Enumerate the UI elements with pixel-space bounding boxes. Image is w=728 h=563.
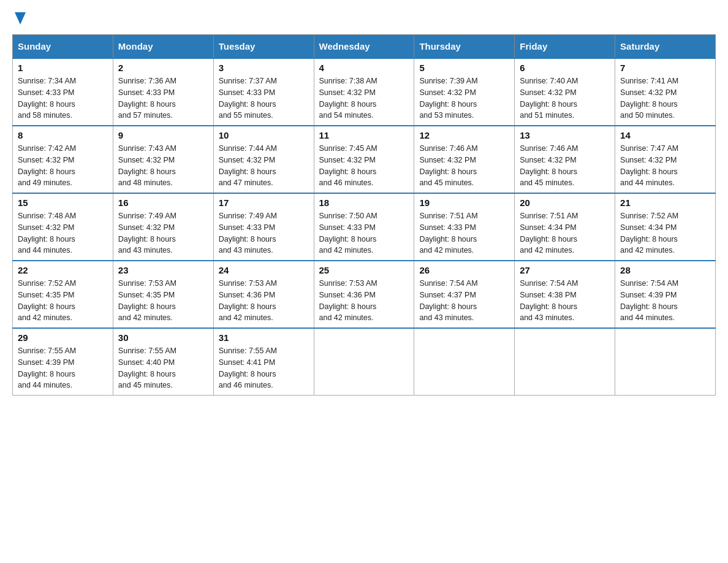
- day-info: Sunrise: 7:38 AM Sunset: 4:32 PM Dayligh…: [319, 75, 409, 121]
- day-number: 3: [219, 63, 309, 73]
- calendar-cell: 19 Sunrise: 7:51 AM Sunset: 4:33 PM Dayl…: [414, 193, 515, 261]
- calendar-header-row: SundayMondayTuesdayWednesdayThursdayFrid…: [13, 35, 716, 59]
- calendar-cell: 18 Sunrise: 7:50 AM Sunset: 4:33 PM Dayl…: [314, 193, 414, 261]
- day-number: 22: [18, 265, 108, 275]
- day-number: 31: [219, 332, 309, 343]
- day-info: Sunrise: 7:48 AM Sunset: 4:32 PM Dayligh…: [18, 210, 108, 256]
- calendar-cell: 24 Sunrise: 7:53 AM Sunset: 4:36 PM Dayl…: [213, 261, 314, 328]
- day-info: Sunrise: 7:52 AM Sunset: 4:35 PM Dayligh…: [18, 278, 108, 324]
- day-info: Sunrise: 7:37 AM Sunset: 4:33 PM Dayligh…: [219, 75, 309, 121]
- calendar-cell: 22 Sunrise: 7:52 AM Sunset: 4:35 PM Dayl…: [13, 261, 113, 328]
- calendar-cell: 11 Sunrise: 7:45 AM Sunset: 4:32 PM Dayl…: [314, 126, 414, 193]
- day-header-wednesday: Wednesday: [314, 35, 414, 59]
- day-info: Sunrise: 7:55 AM Sunset: 4:40 PM Dayligh…: [118, 345, 208, 391]
- calendar-cell: 20 Sunrise: 7:51 AM Sunset: 4:34 PM Dayl…: [515, 193, 615, 261]
- day-header-tuesday: Tuesday: [213, 35, 314, 59]
- day-info: Sunrise: 7:51 AM Sunset: 4:34 PM Dayligh…: [520, 210, 610, 256]
- day-number: 19: [419, 197, 509, 208]
- day-info: Sunrise: 7:53 AM Sunset: 4:36 PM Dayligh…: [319, 278, 409, 324]
- logo-triangle-icon: [15, 12, 26, 25]
- day-number: 10: [219, 130, 309, 140]
- day-info: Sunrise: 7:46 AM Sunset: 4:32 PM Dayligh…: [520, 143, 610, 189]
- calendar-cell: 14 Sunrise: 7:47 AM Sunset: 4:32 PM Dayl…: [615, 126, 716, 193]
- logo-blue: [12, 12, 26, 25]
- week-row-4: 22 Sunrise: 7:52 AM Sunset: 4:35 PM Dayl…: [13, 261, 716, 328]
- calendar-cell: 30 Sunrise: 7:55 AM Sunset: 4:40 PM Dayl…: [113, 328, 213, 396]
- day-number: 20: [520, 197, 610, 208]
- calendar-cell: 28 Sunrise: 7:54 AM Sunset: 4:39 PM Dayl…: [615, 261, 716, 328]
- calendar-cell: 3 Sunrise: 7:37 AM Sunset: 4:33 PM Dayli…: [213, 58, 314, 126]
- calendar-cell: 23 Sunrise: 7:53 AM Sunset: 4:35 PM Dayl…: [113, 261, 213, 328]
- calendar-cell: 31 Sunrise: 7:55 AM Sunset: 4:41 PM Dayl…: [213, 328, 314, 396]
- calendar-table: SundayMondayTuesdayWednesdayThursdayFrid…: [12, 34, 716, 396]
- calendar-cell: 29 Sunrise: 7:55 AM Sunset: 4:39 PM Dayl…: [13, 328, 113, 396]
- day-info: Sunrise: 7:50 AM Sunset: 4:33 PM Dayligh…: [319, 210, 409, 256]
- day-number: 1: [18, 63, 108, 73]
- day-info: Sunrise: 7:53 AM Sunset: 4:36 PM Dayligh…: [219, 278, 309, 324]
- day-info: Sunrise: 7:36 AM Sunset: 4:33 PM Dayligh…: [118, 75, 208, 121]
- day-info: Sunrise: 7:44 AM Sunset: 4:32 PM Dayligh…: [219, 143, 309, 189]
- day-number: 17: [219, 197, 309, 208]
- day-info: Sunrise: 7:39 AM Sunset: 4:32 PM Dayligh…: [419, 75, 509, 121]
- calendar-cell: [615, 328, 716, 396]
- calendar-cell: 13 Sunrise: 7:46 AM Sunset: 4:32 PM Dayl…: [515, 126, 615, 193]
- day-header-thursday: Thursday: [414, 35, 515, 59]
- calendar-cell: 10 Sunrise: 7:44 AM Sunset: 4:32 PM Dayl…: [213, 126, 314, 193]
- calendar-cell: [414, 328, 515, 396]
- week-row-1: 1 Sunrise: 7:34 AM Sunset: 4:33 PM Dayli…: [13, 58, 716, 126]
- day-number: 18: [319, 197, 409, 208]
- day-info: Sunrise: 7:55 AM Sunset: 4:41 PM Dayligh…: [219, 345, 309, 391]
- day-info: Sunrise: 7:47 AM Sunset: 4:32 PM Dayligh…: [620, 143, 710, 189]
- day-info: Sunrise: 7:52 AM Sunset: 4:34 PM Dayligh…: [620, 210, 710, 256]
- day-info: Sunrise: 7:54 AM Sunset: 4:38 PM Dayligh…: [520, 278, 610, 324]
- day-info: Sunrise: 7:51 AM Sunset: 4:33 PM Dayligh…: [419, 210, 509, 256]
- day-number: 13: [520, 130, 610, 140]
- day-info: Sunrise: 7:42 AM Sunset: 4:32 PM Dayligh…: [18, 143, 108, 189]
- day-number: 6: [520, 63, 610, 73]
- calendar-cell: [314, 328, 414, 396]
- week-row-2: 8 Sunrise: 7:42 AM Sunset: 4:32 PM Dayli…: [13, 126, 716, 193]
- day-number: 14: [620, 130, 710, 140]
- day-number: 25: [319, 265, 409, 275]
- logo: [12, 12, 26, 25]
- day-info: Sunrise: 7:41 AM Sunset: 4:32 PM Dayligh…: [620, 75, 710, 121]
- day-info: Sunrise: 7:49 AM Sunset: 4:32 PM Dayligh…: [118, 210, 208, 256]
- day-info: Sunrise: 7:43 AM Sunset: 4:32 PM Dayligh…: [118, 143, 208, 189]
- day-number: 8: [18, 130, 108, 140]
- week-row-5: 29 Sunrise: 7:55 AM Sunset: 4:39 PM Dayl…: [13, 328, 716, 396]
- day-info: Sunrise: 7:55 AM Sunset: 4:39 PM Dayligh…: [18, 345, 108, 391]
- calendar-cell: [515, 328, 615, 396]
- calendar-cell: 12 Sunrise: 7:46 AM Sunset: 4:32 PM Dayl…: [414, 126, 515, 193]
- day-number: 16: [118, 197, 208, 208]
- calendar-cell: 2 Sunrise: 7:36 AM Sunset: 4:33 PM Dayli…: [113, 58, 213, 126]
- calendar-cell: 1 Sunrise: 7:34 AM Sunset: 4:33 PM Dayli…: [13, 58, 113, 126]
- day-number: 21: [620, 197, 710, 208]
- calendar-cell: 21 Sunrise: 7:52 AM Sunset: 4:34 PM Dayl…: [615, 193, 716, 261]
- day-number: 7: [620, 63, 710, 73]
- day-number: 15: [18, 197, 108, 208]
- day-info: Sunrise: 7:53 AM Sunset: 4:35 PM Dayligh…: [118, 278, 208, 324]
- calendar-cell: 15 Sunrise: 7:48 AM Sunset: 4:32 PM Dayl…: [13, 193, 113, 261]
- calendar-cell: 8 Sunrise: 7:42 AM Sunset: 4:32 PM Dayli…: [13, 126, 113, 193]
- svg-marker-0: [15, 12, 26, 25]
- day-info: Sunrise: 7:40 AM Sunset: 4:32 PM Dayligh…: [520, 75, 610, 121]
- day-number: 2: [118, 63, 208, 73]
- day-info: Sunrise: 7:49 AM Sunset: 4:33 PM Dayligh…: [219, 210, 309, 256]
- day-number: 30: [118, 332, 208, 343]
- day-info: Sunrise: 7:34 AM Sunset: 4:33 PM Dayligh…: [18, 75, 108, 121]
- calendar-cell: 4 Sunrise: 7:38 AM Sunset: 4:32 PM Dayli…: [314, 58, 414, 126]
- calendar-cell: 16 Sunrise: 7:49 AM Sunset: 4:32 PM Dayl…: [113, 193, 213, 261]
- day-info: Sunrise: 7:46 AM Sunset: 4:32 PM Dayligh…: [419, 143, 509, 189]
- calendar-cell: 27 Sunrise: 7:54 AM Sunset: 4:38 PM Dayl…: [515, 261, 615, 328]
- week-row-3: 15 Sunrise: 7:48 AM Sunset: 4:32 PM Dayl…: [13, 193, 716, 261]
- page-header: [12, 12, 716, 25]
- calendar-cell: 7 Sunrise: 7:41 AM Sunset: 4:32 PM Dayli…: [615, 58, 716, 126]
- day-number: 26: [419, 265, 509, 275]
- day-info: Sunrise: 7:54 AM Sunset: 4:39 PM Dayligh…: [620, 278, 710, 324]
- calendar-cell: 6 Sunrise: 7:40 AM Sunset: 4:32 PM Dayli…: [515, 58, 615, 126]
- day-number: 28: [620, 265, 710, 275]
- day-header-sunday: Sunday: [13, 35, 113, 59]
- calendar-cell: 9 Sunrise: 7:43 AM Sunset: 4:32 PM Dayli…: [113, 126, 213, 193]
- day-number: 4: [319, 63, 409, 73]
- day-info: Sunrise: 7:54 AM Sunset: 4:37 PM Dayligh…: [419, 278, 509, 324]
